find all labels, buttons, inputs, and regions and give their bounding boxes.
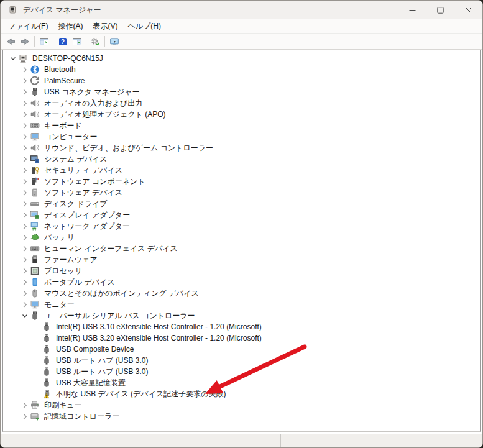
tree-item[interactable]: オーディオ処理オブジェクト (APO) xyxy=(3,109,480,120)
chevron-collapsed-icon[interactable] xyxy=(20,244,30,254)
tree-item-label: 不明な USB デバイス (デバイス記述子要求の失敗) xyxy=(55,388,227,400)
chevron-spacer xyxy=(32,355,42,365)
toolbar-separator xyxy=(104,36,105,47)
tree-item[interactable]: ファームウェア xyxy=(3,254,480,265)
help-icon[interactable]: ? xyxy=(55,35,70,48)
tree-item[interactable]: 印刷キュー xyxy=(3,400,480,411)
close-button[interactable] xyxy=(454,1,482,19)
tree-item-label: ユニバーサル シリアル バス コントローラー xyxy=(43,310,196,322)
monitor-icon xyxy=(30,132,40,142)
tree-item[interactable]: USB ルート ハブ (USB 3.0) xyxy=(3,366,480,377)
tree-item-label: バッテリ xyxy=(43,232,76,244)
tree-item[interactable]: システム デバイス xyxy=(3,153,480,165)
tree-item-label: マウスとそのほかのポインティング デバイス xyxy=(43,288,200,299)
tree-item-label: オーディオの入力および出力 xyxy=(43,98,144,109)
chevron-expanded-icon[interactable] xyxy=(8,53,18,63)
chevron-collapsed-icon[interactable] xyxy=(20,188,30,198)
menu-item-1[interactable]: 操作(A) xyxy=(53,19,88,34)
tree-item[interactable]: オーディオの入力および出力 xyxy=(3,98,480,109)
chevron-collapsed-icon[interactable] xyxy=(20,288,30,298)
maximize-button[interactable] xyxy=(426,1,454,19)
tree-item[interactable]: PalmSecure xyxy=(3,75,480,86)
tree-item[interactable]: ソフトウェア コンポーネント xyxy=(3,176,480,187)
tree-item[interactable]: ポータブル デバイス xyxy=(3,277,480,288)
minimize-button[interactable] xyxy=(398,1,426,19)
tree-item[interactable]: ディスク ドライブ xyxy=(3,198,480,209)
processor-icon xyxy=(30,266,40,276)
chevron-collapsed-icon[interactable] xyxy=(20,400,30,410)
printer-icon xyxy=(30,400,40,410)
tree-item[interactable]: ヒューマン インターフェイス デバイス xyxy=(3,243,480,254)
tree-item[interactable]: DESKTOP-QC6N15J xyxy=(3,53,480,64)
tree-item[interactable]: プロセッサ xyxy=(3,265,480,277)
tree-item[interactable]: ネットワーク アダプター xyxy=(3,221,480,232)
tree-item[interactable]: マウスとそのほかのポインティング デバイス xyxy=(3,288,480,299)
chevron-collapsed-icon[interactable] xyxy=(20,221,30,231)
chevron-collapsed-icon[interactable] xyxy=(20,165,30,175)
tree-item[interactable]: Bluetooth xyxy=(3,64,480,75)
console-tree-icon[interactable] xyxy=(37,35,51,48)
tree-item[interactable]: ソフトウェア デバイス xyxy=(3,187,480,198)
tree-item-label: オーディオ処理オブジェクト (APO) xyxy=(43,109,167,121)
tree-item-label: 印刷キュー xyxy=(43,400,83,411)
menu-item-2[interactable]: 表示(V) xyxy=(88,19,122,34)
chevron-collapsed-icon[interactable] xyxy=(20,255,30,265)
devices-view-icon[interactable] xyxy=(107,35,121,48)
tree-item[interactable]: バッテリ xyxy=(3,232,480,243)
back-icon[interactable] xyxy=(4,35,18,48)
tree-item[interactable]: USB コネクタ マネージャー xyxy=(3,86,480,98)
tree-item-label: ネットワーク アダプター xyxy=(43,221,131,232)
toolbar-separator xyxy=(53,36,53,47)
audio-icon xyxy=(30,109,40,119)
chevron-collapsed-icon[interactable] xyxy=(20,176,30,186)
system-icon xyxy=(30,154,40,164)
tree-item[interactable]: USB 大容量記憶装置 xyxy=(3,377,480,388)
tree-item[interactable]: Intel(R) USB 3.10 eXtensible Host Contro… xyxy=(3,321,480,332)
toolbar-separator xyxy=(86,36,86,47)
chevron-expanded-icon[interactable] xyxy=(20,311,30,321)
tree-item-label: モニター xyxy=(43,299,76,311)
menu-item-0[interactable]: ファイル(F) xyxy=(3,19,53,34)
chevron-collapsed-icon[interactable] xyxy=(20,277,30,287)
chevron-collapsed-icon[interactable] xyxy=(20,210,30,220)
chevron-collapsed-icon[interactable] xyxy=(20,232,30,242)
tree-item[interactable]: ディスプレイ アダプター xyxy=(3,209,480,221)
tree-item-label: ポータブル デバイス xyxy=(43,277,116,288)
titlebar: デバイス マネージャー xyxy=(1,1,482,19)
scan-hardware-icon[interactable] xyxy=(88,35,103,48)
tree-item[interactable]: USB ルート ハブ (USB 3.0) xyxy=(3,355,480,366)
tree-item[interactable]: モニター xyxy=(3,299,480,310)
hid-icon xyxy=(30,244,40,254)
chevron-collapsed-icon[interactable] xyxy=(20,199,30,209)
tree-item[interactable]: ユニバーサル シリアル バス コントローラー xyxy=(3,310,480,321)
chevron-collapsed-icon[interactable] xyxy=(20,98,30,108)
chevron-collapsed-icon[interactable] xyxy=(20,65,30,75)
tree-item[interactable]: コンピューター xyxy=(3,131,480,142)
chevron-collapsed-icon[interactable] xyxy=(20,76,30,86)
tree-item-label: プロセッサ xyxy=(43,265,83,277)
chevron-collapsed-icon[interactable] xyxy=(20,132,30,142)
chevron-collapsed-icon[interactable] xyxy=(20,411,30,421)
usb-icon xyxy=(30,87,40,97)
chevron-collapsed-icon[interactable] xyxy=(20,143,30,153)
chevron-collapsed-icon[interactable] xyxy=(20,121,30,130)
menu-item-3[interactable]: ヘルプ(H) xyxy=(122,19,166,34)
tree-item[interactable]: サウンド、ビデオ、およびゲーム コントローラー xyxy=(3,142,480,153)
tree-item-label: ヒューマン インターフェイス デバイス xyxy=(43,243,179,255)
display-icon xyxy=(30,210,40,220)
tree-item[interactable]: 不明な USB デバイス (デバイス記述子要求の失敗) xyxy=(3,388,480,400)
action-pane-icon[interactable] xyxy=(70,35,84,48)
tree-item[interactable]: USB Composite Device xyxy=(3,344,480,355)
chevron-collapsed-icon[interactable] xyxy=(20,87,30,97)
tree-item-label: ソフトウェア デバイス xyxy=(43,187,124,199)
chevron-collapsed-icon[interactable] xyxy=(20,154,30,164)
tree-item[interactable]: Intel(R) USB 3.20 eXtensible Host Contro… xyxy=(3,332,480,344)
tree-item[interactable]: キーボード xyxy=(3,120,480,131)
tree-item[interactable]: セキュリティ デバイス xyxy=(3,165,480,176)
forward-icon[interactable] xyxy=(18,35,32,48)
chevron-collapsed-icon[interactable] xyxy=(20,266,30,276)
chevron-collapsed-icon[interactable] xyxy=(20,299,30,309)
chevron-collapsed-icon[interactable] xyxy=(20,109,30,119)
tree-item[interactable]: 記憶域コントローラー xyxy=(3,411,480,422)
security-icon xyxy=(30,165,40,175)
